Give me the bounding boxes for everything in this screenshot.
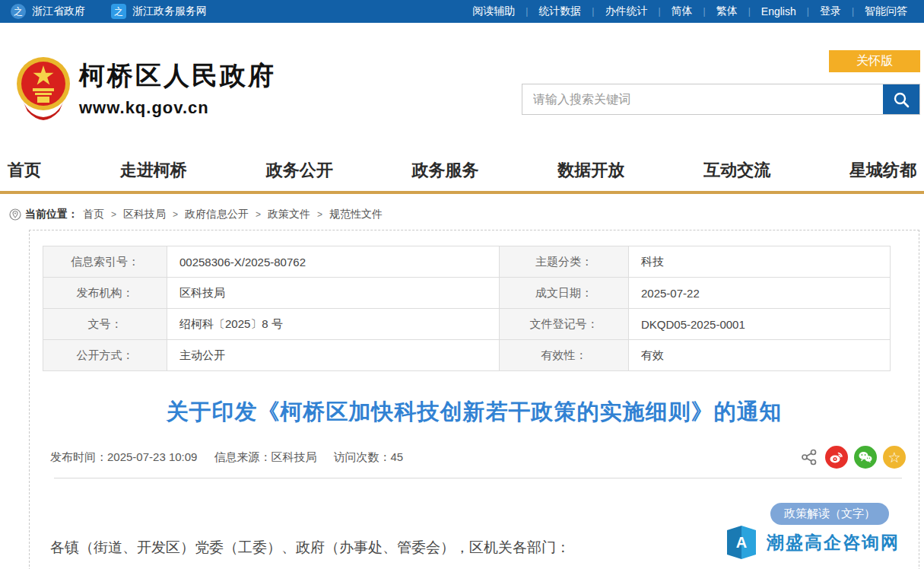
care-version-button[interactable]: 关怀版 bbox=[829, 50, 920, 72]
link-label: 浙江省政府 bbox=[32, 5, 85, 18]
info-doc-number: 绍柯科〔2025〕8 号 bbox=[167, 309, 500, 340]
national-emblem-icon bbox=[15, 55, 71, 122]
site-logo[interactable]: 柯桥区人民政府 www.kq.gov.cn bbox=[15, 55, 276, 122]
share-icon bbox=[800, 448, 818, 466]
info-validity: 有效 bbox=[629, 340, 891, 371]
link-case-stats[interactable]: 办件统计 bbox=[594, 5, 658, 18]
meta-text: 发布时间：2025-07-23 10:09信息来源：区科技局访问次数：45 bbox=[50, 450, 403, 465]
link-statistics[interactable]: 统计数据 bbox=[528, 5, 592, 18]
link-zhejiang-gov[interactable]: 之 浙江省政府 bbox=[11, 4, 85, 19]
zhejiang-service-icon: 之 bbox=[111, 4, 126, 19]
document-panel: 信息索引号： 00258306-X/2025-80762 主题分类： 科技 发布… bbox=[29, 230, 919, 569]
watermark-text: 潮盛高企咨询网 bbox=[767, 531, 900, 555]
nav-gov-services[interactable]: 政务服务 bbox=[411, 159, 478, 182]
source: 区科技局 bbox=[271, 450, 316, 463]
link-label: 浙江政务服务网 bbox=[132, 5, 207, 18]
watermark-logo-icon: A bbox=[726, 524, 757, 561]
search-input[interactable] bbox=[522, 84, 883, 114]
watermark: A 潮盛高企咨询网 bbox=[726, 524, 900, 561]
nav-interaction[interactable]: 互动交流 bbox=[703, 159, 770, 182]
info-label: 公开方式： bbox=[43, 340, 167, 371]
crumb-science-bureau[interactable]: 区科技局 bbox=[123, 208, 166, 221]
search-icon bbox=[893, 91, 910, 108]
zhejiang-gov-icon: 之 bbox=[11, 4, 26, 19]
wechat-icon bbox=[857, 449, 874, 466]
info-label: 有效性： bbox=[500, 340, 629, 371]
wechat-share-button[interactable] bbox=[854, 446, 877, 469]
link-traditional-chinese[interactable]: 繁体 bbox=[706, 5, 748, 18]
info-publisher: 区科技局 bbox=[167, 278, 500, 309]
paragraph: 为贯彻落实《中共柯桥区委办公室 柯桥区人民政府办公室 关于印发2025年度柯桥区… bbox=[50, 564, 898, 569]
crumb-normative-files[interactable]: 规范性文件 bbox=[329, 208, 383, 221]
info-label: 主题分类： bbox=[500, 246, 629, 278]
share-button[interactable] bbox=[799, 447, 819, 467]
crumb-policy-files[interactable]: 政策文件 bbox=[268, 208, 310, 221]
document-info-table: 信息索引号： 00258306-X/2025-80762 主题分类： 科技 发布… bbox=[43, 246, 891, 371]
info-label: 文件登记号： bbox=[500, 309, 629, 340]
nav-open-data[interactable]: 数据开放 bbox=[557, 159, 624, 182]
publish-time-label: 发布时间： bbox=[50, 450, 107, 463]
link-reading-aid[interactable]: 阅读辅助 bbox=[462, 5, 526, 18]
visits-label: 访问次数： bbox=[333, 450, 390, 463]
top-utility-bar: 之 浙江省政府 之 浙江政务服务网 阅读辅助 | 统计数据 | 办件统计 | 简… bbox=[0, 0, 924, 23]
crumb-gov-info[interactable]: 政府信息公开 bbox=[185, 208, 249, 221]
info-topic-category: 科技 bbox=[629, 246, 891, 278]
svg-text:A: A bbox=[736, 534, 747, 551]
info-label: 发布机构： bbox=[43, 278, 167, 309]
document-title: 关于印发《柯桥区加快科技创新若干政策的实施细则》的通知 bbox=[43, 397, 906, 428]
info-label: 文号： bbox=[43, 309, 167, 340]
site-name: 柯桥区人民政府 bbox=[79, 59, 276, 94]
nav-gov-affairs-open[interactable]: 政务公开 bbox=[266, 159, 333, 182]
info-issue-date: 2025-07-22 bbox=[629, 278, 891, 309]
site-header: 柯桥区人民政府 www.kq.gov.cn 关怀版 bbox=[0, 23, 924, 149]
search-bar bbox=[522, 84, 920, 115]
nav-about-keqiao[interactable]: 走进柯桥 bbox=[120, 159, 187, 182]
link-simplified-chinese[interactable]: 简体 bbox=[661, 5, 703, 18]
nav-home[interactable]: 首页 bbox=[8, 159, 41, 182]
policy-interpretation-button[interactable]: 政策解读（文字） bbox=[770, 503, 889, 525]
info-open-mode: 主动公开 bbox=[167, 340, 500, 371]
link-zhejiang-service[interactable]: 之 浙江政务服务网 bbox=[111, 4, 207, 19]
info-registration-number: DKQD05-2025-0001 bbox=[629, 309, 891, 340]
location-pin-icon bbox=[9, 208, 21, 221]
info-index-number: 00258306-X/2025-80762 bbox=[167, 246, 500, 278]
source-label: 信息来源： bbox=[214, 450, 271, 463]
weibo-share-button[interactable] bbox=[825, 446, 848, 469]
link-english[interactable]: English bbox=[751, 5, 807, 17]
favorite-button[interactable]: ☆ bbox=[883, 446, 906, 469]
star-icon: ☆ bbox=[887, 449, 900, 466]
visits-count: 45 bbox=[390, 450, 403, 463]
info-label: 信息索引号： bbox=[43, 246, 167, 278]
search-button[interactable] bbox=[883, 84, 919, 114]
link-login[interactable]: 登录 bbox=[809, 5, 852, 18]
breadcrumb-label: 当前位置： bbox=[25, 208, 78, 221]
publish-time: 2025-07-23 10:09 bbox=[107, 450, 197, 463]
link-smart-qa[interactable]: 智能问答 bbox=[854, 5, 918, 18]
content-divider bbox=[54, 478, 902, 478]
document-meta: 发布时间：2025-07-23 10:09信息来源：区科技局访问次数：45 bbox=[43, 446, 906, 469]
site-url: www.kq.gov.cn bbox=[79, 98, 276, 118]
breadcrumb-separator: > bbox=[317, 209, 322, 220]
info-label: 成文日期： bbox=[500, 278, 629, 309]
main-navigation: 首页 走进柯桥 政务公开 政务服务 数据开放 互动交流 星城纺都 bbox=[0, 149, 924, 194]
weibo-icon bbox=[828, 449, 845, 466]
crumb-home[interactable]: 首页 bbox=[83, 208, 104, 221]
breadcrumb-separator: > bbox=[173, 209, 178, 220]
nav-textile-city[interactable]: 星城纺都 bbox=[849, 159, 916, 182]
breadcrumb: 当前位置： 首页 > 区科技局 > 政府信息公开 > 政策文件 > 规范性文件 bbox=[0, 194, 924, 229]
breadcrumb-separator: > bbox=[111, 209, 116, 220]
breadcrumb-separator: > bbox=[256, 209, 261, 220]
